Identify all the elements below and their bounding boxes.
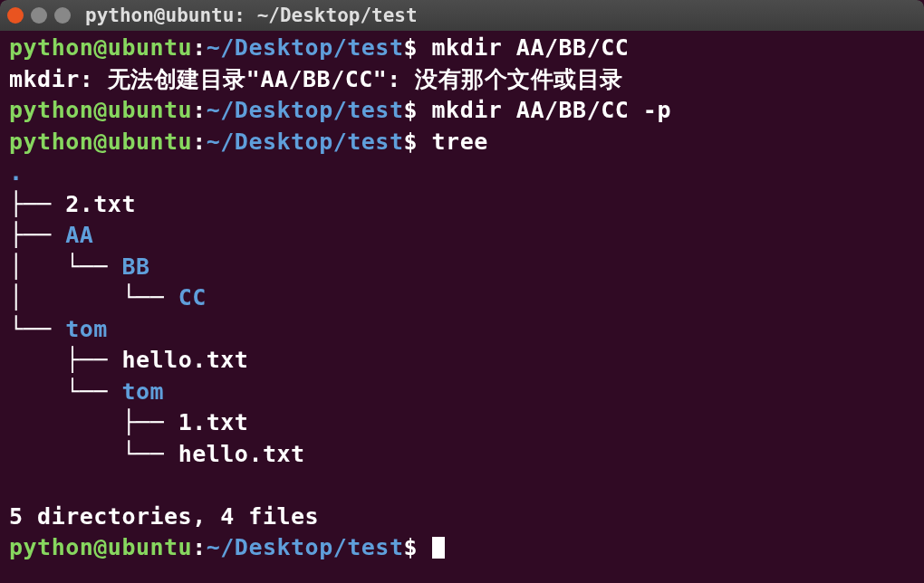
prompt-colon: : <box>192 34 207 61</box>
prompt-path: ~/Desktop/test <box>207 534 404 560</box>
prompt-user: python@ubuntu <box>9 534 192 560</box>
prompt-path: ~/Desktop/test <box>207 129 404 155</box>
tree-branch: ├── <box>9 409 178 435</box>
command-text <box>418 534 432 560</box>
tree-branch: └── <box>9 441 178 467</box>
tree-line: └── tom <box>9 314 915 346</box>
tree-dir: tom <box>121 378 164 405</box>
command-text: tree <box>418 129 488 155</box>
tree-branch: │ └── <box>9 253 121 280</box>
tree-file: 1.txt <box>178 409 249 435</box>
tree-dir: tom <box>65 316 108 342</box>
prompt-dollar: $ <box>403 534 418 560</box>
tree-dir: AA <box>65 222 93 248</box>
tree-line: └── hello.txt <box>9 439 915 471</box>
titlebar: python@ubuntu: ~/Desktop/test <box>0 0 924 31</box>
cursor-icon <box>432 537 445 559</box>
tree-line: ├── hello.txt <box>9 345 915 377</box>
terminal-line: python@ubuntu:~/Desktop/test$ mkdir AA/B… <box>9 95 915 127</box>
tree-dir: CC <box>178 284 207 311</box>
tree-summary: 5 directories, 4 files <box>9 502 915 533</box>
tree-branch: ├── <box>9 222 65 248</box>
prompt-dollar: $ <box>403 34 418 61</box>
blank-line <box>9 470 915 502</box>
tree-file: hello.txt <box>121 347 248 373</box>
terminal-body[interactable]: python@ubuntu:~/Desktop/test$ mkdir AA/B… <box>0 31 924 566</box>
terminal-line: python@ubuntu:~/Desktop/test$ mkdir AA/B… <box>9 33 915 64</box>
tree-dir: BB <box>121 253 149 280</box>
command-text: mkdir AA/BB/CC -p <box>418 97 671 123</box>
tree-line: ├── 1.txt <box>9 407 915 439</box>
tree-line: ├── 2.txt <box>9 189 915 221</box>
prompt-colon: : <box>192 129 207 155</box>
tree-line: │ └── BB <box>9 252 915 283</box>
terminal-line: python@ubuntu:~/Desktop/test$ tree <box>9 127 915 158</box>
tree-branch: ├── <box>9 347 121 373</box>
prompt-user: python@ubuntu <box>9 129 192 155</box>
prompt-dollar: $ <box>403 97 418 123</box>
tree-branch: │ └── <box>9 284 178 311</box>
window-title: python@ubuntu: ~/Desktop/test <box>85 5 418 26</box>
minimize-icon[interactable] <box>31 7 47 24</box>
tree-line: ├── AA <box>9 220 915 252</box>
prompt-path: ~/Desktop/test <box>207 34 404 61</box>
prompt-user: python@ubuntu <box>9 97 192 123</box>
prompt-dollar: $ <box>403 129 418 155</box>
close-icon[interactable] <box>7 7 24 24</box>
tree-file: hello.txt <box>178 441 305 467</box>
prompt-colon: : <box>192 97 207 123</box>
window-controls <box>7 7 71 24</box>
tree-file: 2.txt <box>65 191 136 217</box>
prompt-colon: : <box>192 534 207 560</box>
tree-branch: └── <box>9 378 121 405</box>
tree-root: . <box>9 158 915 189</box>
terminal-line: mkdir: 无法创建目录"AA/BB/CC": 没有那个文件或目录 <box>9 64 915 96</box>
tree-line: │ └── CC <box>9 282 915 314</box>
terminal-line: python@ubuntu:~/Desktop/test$ <box>9 532 915 564</box>
tree-branch: ├── <box>9 191 65 217</box>
tree-branch: └── <box>9 316 65 342</box>
command-text: mkdir AA/BB/CC <box>418 34 629 61</box>
prompt-path: ~/Desktop/test <box>207 97 404 123</box>
prompt-user: python@ubuntu <box>9 34 192 61</box>
tree-line: └── tom <box>9 377 915 408</box>
maximize-icon[interactable] <box>54 7 71 24</box>
